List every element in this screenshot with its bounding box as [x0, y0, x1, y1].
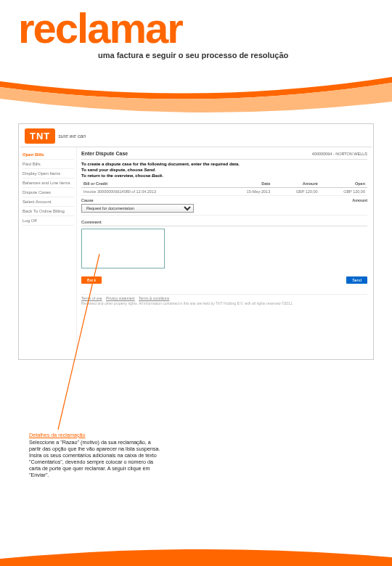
app-header: TNT sure we can	[20, 126, 372, 147]
app-screenshot: TNT sure we can Open Bills Paid Bills Di…	[18, 123, 374, 360]
sidebar-item-select-account[interactable]: Select Account	[23, 197, 74, 207]
amount-label: Amount	[352, 198, 367, 202]
sidebar-item-label: Open Bills	[23, 152, 44, 157]
cell-date: 15-May-2013	[221, 188, 272, 196]
col-date: Date	[221, 180, 272, 188]
footer-link-tc[interactable]: Terms & conditions	[139, 296, 169, 300]
cause-select[interactable]: Request for documentation	[81, 204, 194, 213]
cell-open: GBP 120,00	[320, 188, 367, 196]
sidebar-item-dispute-cases[interactable]: Dispute Cases	[23, 188, 74, 197]
sidebar: Open Bills Paid Bills Display Open Items…	[20, 147, 77, 358]
tnt-logo: TNT	[25, 128, 55, 144]
decorative-swoosh-top	[0, 73, 392, 116]
page-subtitle: uma factura e seguir o seu processo de r…	[98, 51, 374, 60]
callout-text: Detalhes da reclamação Seleccione a "Raz…	[29, 432, 163, 478]
main-panel: Enter Dispute Case 400000064 - NORTON WE…	[77, 147, 372, 358]
panel-title: Enter Dispute Case	[81, 151, 128, 156]
instruction-line-1: To create a dispute case for the followi…	[81, 162, 367, 166]
send-button[interactable]: Send	[346, 276, 367, 284]
sidebar-item-label: Select Account	[23, 200, 52, 204]
callout-title: Detalhes da reclamação	[29, 432, 163, 438]
instruction-line-3: To return to the overview, choose Back.	[81, 173, 367, 178]
sidebar-item-open-bills[interactable]: Open Bills	[23, 150, 74, 160]
sidebar-item-display-open[interactable]: Display Open Items	[23, 169, 74, 179]
sidebar-item-paid-bills[interactable]: Paid Bills	[23, 160, 74, 169]
tagline: sure we can	[58, 134, 86, 139]
footer: Terms of use Privacy statement Terms & c…	[81, 294, 367, 305]
footer-link-privacy[interactable]: Privacy statement	[106, 296, 135, 300]
col-doc: Bill or Credit	[81, 180, 221, 188]
col-open: Open	[320, 180, 367, 188]
instruction-line-2: To send your dispute, choose Send.	[81, 168, 367, 172]
page-title: reclamar	[18, 7, 374, 49]
table-row: Invoice 300000006614080 of 12.04.2013 15…	[81, 188, 367, 196]
sidebar-item-label: Display Open Items	[23, 171, 60, 176]
sidebar-item-label: Back To Online Billing	[23, 209, 65, 213]
comment-label: Comment	[81, 220, 367, 226]
comment-textarea[interactable]	[81, 229, 165, 268]
cell-doc: Invoice 300000006614080 of 12.04.2013	[81, 188, 221, 196]
account-label: 400000064 - NORTON WELLS	[312, 152, 367, 156]
cause-label: Cause	[81, 198, 94, 202]
sidebar-item-label: Balances and Line Items	[23, 181, 70, 185]
cell-amount: GBP 120,00	[272, 188, 319, 196]
sidebar-item-label: Dispute Cases	[23, 190, 51, 194]
footer-note: Received and other property rights. All …	[81, 301, 367, 305]
decorative-swoosh-bottom	[0, 537, 392, 566]
sidebar-item-label: Paid Bills	[23, 162, 41, 166]
invoice-table: Bill or Credit Date Amount Open Invoice …	[81, 180, 367, 196]
callout-body: Seleccione a "Razao" (motivo) da sua rec…	[29, 439, 160, 478]
sidebar-item-log-off[interactable]: Log Off	[23, 216, 74, 226]
sidebar-item-label: Log Off	[23, 218, 37, 223]
sidebar-item-back-billing[interactable]: Back To Online Billing	[23, 207, 74, 216]
col-amount: Amount	[272, 180, 319, 188]
sidebar-item-balances[interactable]: Balances and Line Items	[23, 179, 74, 188]
footer-link-terms[interactable]: Terms of use	[81, 296, 102, 300]
back-button[interactable]: Back	[81, 276, 102, 284]
